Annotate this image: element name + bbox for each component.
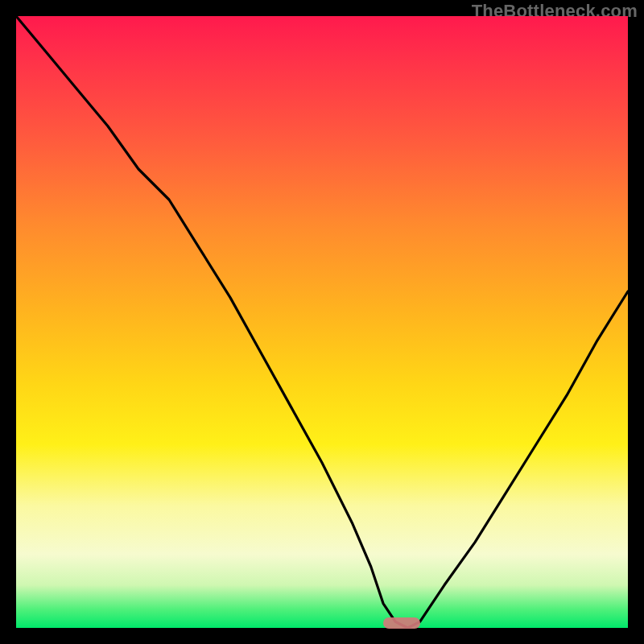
outer-frame: TheBottleneck.com [0,0,644,644]
bottleneck-curve [16,16,628,628]
curve-polyline [16,16,628,628]
plot-area [16,16,628,628]
sweet-spot-marker [383,617,420,629]
